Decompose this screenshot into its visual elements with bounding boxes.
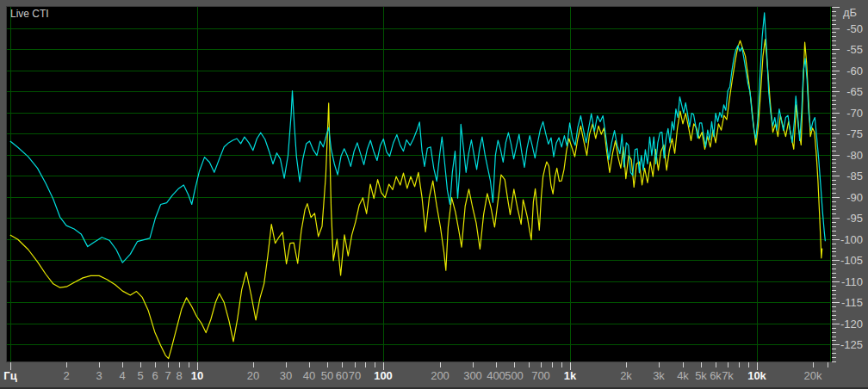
x-tick-label: 300 bbox=[463, 369, 482, 382]
y-tick bbox=[832, 36, 836, 37]
x-tick bbox=[514, 362, 515, 367]
x-tick bbox=[155, 362, 156, 367]
x-tick-label: Гц bbox=[3, 369, 16, 382]
y-tick-label: -95 bbox=[828, 212, 863, 225]
x-tick-label: 20 bbox=[247, 369, 259, 382]
x-tick bbox=[342, 362, 343, 367]
x-tick bbox=[140, 362, 141, 367]
x-tick bbox=[659, 362, 660, 367]
y-tick-label: -50 bbox=[828, 22, 863, 35]
y-tick bbox=[832, 7, 840, 8]
plot-area[interactable]: Live CTI bbox=[7, 7, 832, 361]
x-tick bbox=[168, 362, 169, 367]
x-tick-label: 1k bbox=[564, 369, 576, 382]
x-tick bbox=[286, 362, 287, 367]
y-tick bbox=[832, 273, 836, 274]
y-tick-label: -125 bbox=[828, 338, 863, 351]
y-tick bbox=[832, 231, 836, 232]
y-tick bbox=[832, 78, 836, 79]
y-tick bbox=[832, 62, 836, 63]
x-tick-label: 6 bbox=[152, 369, 158, 382]
y-tick bbox=[832, 290, 836, 291]
x-tick bbox=[473, 362, 474, 367]
x-tick bbox=[739, 362, 740, 367]
y-tick bbox=[832, 104, 836, 105]
db-axis-unit-label: дБ bbox=[832, 6, 868, 19]
y-tick bbox=[832, 167, 836, 168]
y-tick bbox=[832, 58, 836, 59]
y-tick bbox=[832, 311, 836, 312]
x-tick-label: 10 bbox=[191, 369, 203, 382]
y-tick bbox=[832, 315, 836, 316]
y-tick-label: -105 bbox=[828, 254, 863, 267]
x-tick bbox=[496, 362, 497, 367]
y-tick bbox=[832, 142, 836, 143]
x-tick-label: 5k bbox=[695, 369, 707, 382]
x-tick-label: 20k bbox=[804, 369, 822, 382]
x-tick bbox=[529, 362, 530, 367]
x-tick bbox=[365, 362, 366, 367]
yellow-trace bbox=[10, 40, 822, 359]
x-tick bbox=[355, 362, 356, 367]
x-tick-label: 200 bbox=[431, 369, 450, 382]
x-tick-label: 100 bbox=[374, 369, 393, 382]
x-tick bbox=[561, 362, 562, 367]
y-tick bbox=[832, 125, 836, 126]
y-tick bbox=[832, 337, 836, 337]
y-tick bbox=[832, 353, 836, 354]
x-tick-label: 500 bbox=[505, 369, 524, 382]
y-tick bbox=[832, 209, 836, 210]
y-tick-label: -75 bbox=[828, 127, 863, 140]
spectrum-chart bbox=[7, 7, 832, 361]
x-tick-label: 4k bbox=[677, 369, 689, 382]
y-tick bbox=[832, 269, 836, 269]
y-tick bbox=[832, 357, 836, 358]
y-tick-label: -100 bbox=[828, 233, 863, 246]
x-tick bbox=[748, 362, 749, 367]
y-tick-label: -110 bbox=[828, 275, 863, 288]
x-tick bbox=[541, 362, 542, 367]
y-tick bbox=[832, 184, 836, 185]
x-tick bbox=[66, 362, 67, 367]
x-tick-label: 6k bbox=[710, 369, 722, 382]
y-tick bbox=[832, 83, 836, 83]
y-tick bbox=[832, 120, 836, 121]
x-tick bbox=[813, 362, 814, 367]
y-tick-label: -85 bbox=[828, 170, 863, 182]
y-tick bbox=[832, 11, 836, 12]
x-tick bbox=[552, 362, 553, 367]
x-tick-label: 3k bbox=[653, 369, 665, 382]
live-overlay-label: Live CTI bbox=[10, 8, 49, 20]
x-tick-label: 40 bbox=[303, 369, 315, 382]
y-tick bbox=[832, 251, 836, 252]
x-tick-label: 70 bbox=[349, 369, 361, 382]
x-tick bbox=[99, 362, 100, 367]
y-tick bbox=[832, 294, 836, 295]
x-tick-label: 2k bbox=[620, 369, 632, 382]
x-tick bbox=[440, 362, 441, 367]
analyzer-window: Live CTI дБ Гц23456781020304050607010020… bbox=[0, 0, 868, 389]
x-tick-label: 50 bbox=[321, 369, 333, 382]
x-tick-label: 2 bbox=[63, 369, 69, 382]
y-tick-label: -90 bbox=[828, 191, 863, 204]
x-tick bbox=[309, 362, 310, 367]
x-tick bbox=[253, 362, 254, 367]
x-tick-label: 700 bbox=[531, 369, 550, 382]
x-tick-label: 4 bbox=[119, 369, 125, 382]
x-tick-label: 5 bbox=[137, 369, 143, 382]
x-tick-label: 3 bbox=[96, 369, 102, 382]
y-tick bbox=[832, 248, 836, 249]
y-tick bbox=[832, 100, 836, 101]
x-tick bbox=[683, 362, 684, 367]
grid-lines bbox=[7, 7, 831, 361]
x-tick bbox=[828, 362, 828, 367]
y-tick bbox=[832, 332, 836, 333]
x-tick-label: 60 bbox=[336, 369, 348, 382]
y-tick bbox=[832, 20, 836, 21]
y-tick bbox=[832, 40, 836, 41]
x-tick-label: 30 bbox=[280, 369, 292, 382]
y-tick bbox=[832, 206, 836, 207]
y-tick bbox=[832, 15, 836, 16]
x-tick bbox=[189, 362, 189, 367]
y-tick-label: -55 bbox=[828, 43, 863, 56]
